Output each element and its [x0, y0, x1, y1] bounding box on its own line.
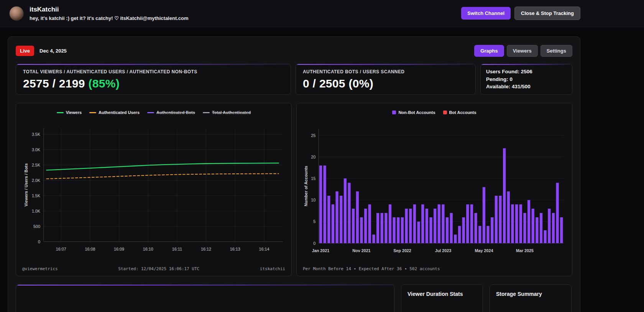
- svg-text:16:07: 16:07: [56, 247, 66, 251]
- legend-total-auth-label: Total Authenticated: [212, 110, 251, 115]
- svg-text:1.0K: 1.0K: [32, 209, 41, 213]
- account-age-summary: Per Month Before 14 • Expected After 36 …: [303, 266, 440, 271]
- svg-text:3.0K: 3.0K: [32, 147, 41, 152]
- svg-text:0: 0: [313, 241, 315, 246]
- legend-authenticated-bots[interactable]: Authenticated Bots: [147, 110, 195, 115]
- legend-authenticated-users[interactable]: Authenticated Users: [89, 110, 140, 115]
- bottom-row: Viewer Duration Stats Storage Summary: [16, 284, 572, 312]
- stream-date: Dec 4, 2025: [39, 48, 67, 54]
- legend-bot-label: Bot Accounts: [449, 110, 476, 115]
- svg-text:10: 10: [311, 198, 315, 202]
- users-found-stat: Users Found: 2506: [486, 68, 567, 76]
- dashboard-panel: Live Dec 4, 2025 Graphs Viewers Settings…: [8, 36, 580, 312]
- svg-text:Nov 2021: Nov 2021: [352, 248, 370, 253]
- auth-users-line-swatch: [89, 112, 96, 113]
- tab-graphs[interactable]: Graphs: [474, 45, 504, 57]
- total-viewers-value: 2575 / 2199 (85%): [23, 77, 284, 90]
- pending-stat: Pending: 0: [486, 76, 567, 83]
- total-auth-line-swatch: [203, 112, 210, 113]
- legend-viewers-label: Viewers: [66, 110, 82, 115]
- viewers-line-swatch: [57, 112, 64, 113]
- svg-text:1.5K: 1.5K: [32, 193, 41, 198]
- legend-auth-bots-label: Authenticated Bots: [156, 110, 195, 115]
- total-viewers-label: TOTAL VIEWERS / AUTHENTICATED USERS / AU…: [23, 69, 284, 74]
- svg-text:16:09: 16:09: [114, 247, 124, 251]
- available-stat: Available: 431/500: [486, 83, 567, 91]
- auth-bots-line-swatch: [147, 112, 154, 113]
- svg-text:16:11: 16:11: [172, 247, 182, 251]
- svg-text:16:14: 16:14: [259, 247, 269, 251]
- bottom-wide-card: [16, 284, 394, 312]
- legend-bot-accounts[interactable]: Bot Accounts: [443, 110, 476, 115]
- viewermetrics-credit: @viewermetrics: [22, 266, 58, 271]
- non-bot-swatch: [392, 111, 396, 114]
- account-age-bar-chart: 0510152025Jan 2021Nov 2021Sep 2022Jul 20…: [303, 116, 566, 263]
- storage-summary-card: Storage Summary: [490, 284, 572, 312]
- auth-bots-card: AUTHENTICATED BOTS / USERS SCANNED 0 / 2…: [296, 64, 476, 95]
- channel-avatar: [9, 6, 24, 21]
- viewers-count: 2575 / 2199: [23, 77, 85, 90]
- total-viewers-card: TOTAL VIEWERS / AUTHENTICATED USERS / AU…: [16, 64, 291, 95]
- legend-non-bot-accounts[interactable]: Non-Bot Accounts: [392, 110, 435, 115]
- legend-total-authenticated[interactable]: Total Authenticated: [203, 110, 251, 115]
- top-bar: itsKatchii hey, it's katchii :) get it? …: [0, 0, 644, 27]
- legend-auth-users-label: Authenticated Users: [99, 110, 140, 115]
- line-chart-legend: Viewers Authenticated Users Authenticate…: [22, 110, 285, 115]
- svg-text:16:13: 16:13: [230, 247, 240, 251]
- svg-text:20: 20: [311, 155, 315, 159]
- accounts-chart-card: Non-Bot Accounts Bot Accounts 0510152025…: [296, 103, 572, 276]
- svg-text:Sep 2022: Sep 2022: [393, 248, 411, 253]
- svg-text:Jan 2021: Jan 2021: [312, 248, 330, 253]
- bar-chart-footer: Per Month Before 14 • Expected After 36 …: [303, 266, 566, 271]
- close-stop-tracking-button[interactable]: Close & Stop Tracking: [514, 7, 580, 20]
- legend-non-bot-label: Non-Bot Accounts: [398, 110, 435, 115]
- viewers-percent: (85%): [88, 77, 120, 90]
- viewers-chart-card: Viewers Authenticated Users Authenticate…: [16, 103, 292, 276]
- svg-text:16:12: 16:12: [201, 247, 211, 251]
- channel-name-footer: itskatchii: [260, 266, 285, 271]
- storage-summary-title: Storage Summary: [490, 285, 571, 297]
- svg-text:May 2024: May 2024: [475, 248, 493, 253]
- page: itsKatchii hey, it's katchii :) get it? …: [0, 0, 644, 312]
- bot-swatch: [443, 111, 447, 114]
- svg-text:Mar 2025: Mar 2025: [516, 248, 534, 253]
- viewer-duration-card: Viewer Duration Stats: [401, 284, 483, 312]
- auth-bots-value: 0 / 2505 (0%): [303, 77, 468, 90]
- svg-text:16:10: 16:10: [143, 247, 153, 251]
- svg-text:25: 25: [311, 133, 315, 138]
- svg-text:16:08: 16:08: [85, 247, 95, 251]
- stats-row: TOTAL VIEWERS / AUTHENTICATED USERS / AU…: [16, 64, 572, 95]
- svg-text:3.5K: 3.5K: [32, 132, 41, 137]
- svg-text:Jul 2023: Jul 2023: [435, 248, 452, 253]
- bar-chart-legend: Non-Bot Accounts Bot Accounts: [303, 110, 566, 115]
- legend-viewers[interactable]: Viewers: [57, 110, 82, 115]
- svg-text:2.0K: 2.0K: [32, 178, 41, 183]
- charts-row: Viewers Authenticated Users Authenticate…: [16, 103, 572, 276]
- svg-text:2.5K: 2.5K: [32, 163, 41, 167]
- tab-settings[interactable]: Settings: [540, 45, 572, 57]
- svg-text:0: 0: [38, 239, 40, 244]
- live-badge: Live: [16, 46, 34, 56]
- channel-info: itsKatchii hey, it's katchii :) get it? …: [30, 6, 189, 21]
- started-timestamp: Started: 12/04/2025 16:06:17 UTC: [118, 266, 199, 271]
- svg-text:5: 5: [313, 219, 315, 224]
- viewer-duration-title: Viewer Duration Stats: [401, 285, 483, 297]
- channel-title: itsKatchii: [30, 6, 189, 13]
- svg-text:500: 500: [33, 224, 40, 229]
- svg-text:15: 15: [311, 176, 315, 181]
- auth-bots-label: AUTHENTICATED BOTS / USERS SCANNED: [303, 69, 468, 74]
- switch-channel-button[interactable]: Switch Channel: [461, 7, 511, 20]
- svg-text:Number of Accounts: Number of Accounts: [304, 166, 308, 206]
- panel-header: Live Dec 4, 2025 Graphs Viewers Settings: [16, 45, 572, 57]
- tab-viewers[interactable]: Viewers: [507, 45, 538, 57]
- line-chart-footer: @viewermetrics Started: 12/04/2025 16:06…: [22, 266, 285, 271]
- view-tabs: Graphs Viewers Settings: [474, 45, 572, 57]
- svg-text:Viewers / Users / Bots: Viewers / Users / Bots: [24, 163, 28, 206]
- scan-status-card: Users Found: 2506 Pending: 0 Available: …: [480, 64, 572, 95]
- channel-subtitle: hey, it's katchii :) get it? it's catchy…: [30, 15, 189, 21]
- viewers-line-chart: 16:0716:0816:0916:1016:1116:1216:1316:14…: [22, 116, 285, 263]
